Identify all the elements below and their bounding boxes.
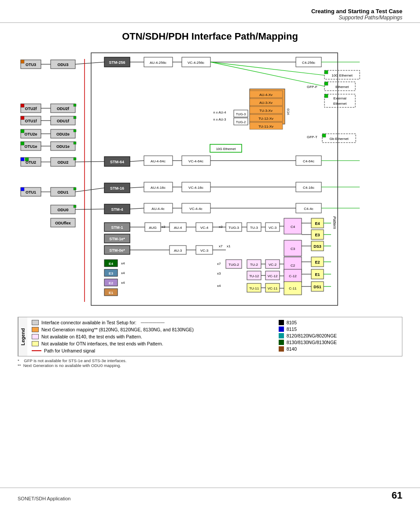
legend-text-8120ng: 8120/8120NG/8020NGE xyxy=(287,333,337,338)
svg-text:ODU2: ODU2 xyxy=(57,160,68,165)
legend-row-8115: 8115 xyxy=(279,327,398,332)
legend-dot-8120ng xyxy=(279,333,284,338)
svg-text:TUG-3: TUG-3 xyxy=(236,112,246,116)
svg-text:x7: x7 xyxy=(219,244,223,248)
svg-line-218 xyxy=(130,208,144,209)
legend-row-8105: 8105 xyxy=(279,320,398,325)
svg-rect-18 xyxy=(25,158,29,161)
legend-text-8115: 8115 xyxy=(287,327,297,332)
svg-rect-35 xyxy=(74,142,76,144)
legend-left: Interface connector available in Test Se… xyxy=(32,320,270,353)
legend-row-otn: Not available for OTN interfaces, the te… xyxy=(32,341,270,346)
svg-text:TU-11-Xv: TU-11-Xv xyxy=(258,125,273,128)
svg-text:E2: E2 xyxy=(109,281,113,285)
svg-text:C4-64c: C4-64c xyxy=(303,159,314,163)
svg-text:C4: C4 xyxy=(291,225,295,229)
legend-dot-8140 xyxy=(279,346,284,352)
svg-text:STM-4: STM-4 xyxy=(111,207,123,212)
legend-dot-8130ng xyxy=(279,340,284,345)
svg-text:VC-4-256c: VC-4-256c xyxy=(188,61,204,65)
legend-dot-8115 xyxy=(279,327,284,332)
svg-text:10G Ethernet: 10G Ethernet xyxy=(332,73,353,77)
svg-rect-17 xyxy=(21,158,24,161)
svg-text:OTU2e: OTU2e xyxy=(24,132,37,136)
legend-box-8140 xyxy=(32,334,39,339)
svg-text:VC-3: VC-3 xyxy=(200,249,209,253)
footnote-2: ** Next Generation is no available with … xyxy=(18,363,402,368)
svg-rect-2 xyxy=(21,60,24,63)
svg-text:n x AU-4: n x AU-4 xyxy=(214,110,226,114)
svg-text:TU-3-Xv: TU-3-Xv xyxy=(259,109,273,113)
svg-rect-29 xyxy=(74,116,76,119)
svg-text:DS3: DS3 xyxy=(313,244,321,249)
svg-text:x7: x7 xyxy=(217,262,221,266)
legend-row-nextgen: Next Generation mapping** (8120NG, 8120N… xyxy=(32,327,270,332)
svg-line-202 xyxy=(75,188,104,192)
svg-text:VC-4-16c: VC-4-16c xyxy=(188,186,203,190)
legend-row-interface: Interface connector available in Test Se… xyxy=(32,320,270,325)
diagram-area: OTU3 OTU2f OTU1f OTU2e OTU1e OTU2 xyxy=(0,47,420,315)
svg-text:STM-16: STM-16 xyxy=(110,186,124,191)
svg-text:GFP-T: GFP-T xyxy=(307,135,317,139)
svg-text:x1: x1 xyxy=(227,244,231,248)
svg-text:VC-11: VC-11 xyxy=(268,286,278,290)
legend-content: Interface connector available in Test Se… xyxy=(27,317,402,356)
svg-text:TU-12: TU-12 xyxy=(249,274,259,278)
svg-text:AU-3: AU-3 xyxy=(174,249,182,253)
legend-row-unframed: Path for Unframed signal xyxy=(32,348,270,353)
svg-line-208 xyxy=(210,62,324,86)
svg-rect-83 xyxy=(324,82,328,85)
svg-text:AU-4-16c: AU-4-16c xyxy=(151,186,166,190)
svg-rect-32 xyxy=(74,129,76,132)
legend-area: Legend Interface connector available in … xyxy=(18,317,402,356)
svg-text:ODU2e: ODU2e xyxy=(56,132,70,136)
svg-text:TU-2: TU-2 xyxy=(250,263,258,267)
svg-line-203 xyxy=(130,187,144,188)
svg-rect-104 xyxy=(322,134,326,137)
svg-text:x4: x4 xyxy=(121,271,125,275)
svg-text:OTU3: OTU3 xyxy=(26,62,36,67)
svg-text:VCG: VCG xyxy=(287,108,290,115)
svg-text:VC-3: VC-3 xyxy=(269,226,277,230)
svg-text:AU-4: AU-4 xyxy=(174,226,182,230)
main-title: OTN/SDH/PDH Interface Path/Mapping xyxy=(0,31,420,42)
svg-text:E4: E4 xyxy=(315,221,320,226)
svg-text:AU-4-Xv: AU-4-Xv xyxy=(259,93,273,97)
svg-text:TUG-3: TUG-3 xyxy=(228,226,239,230)
legend-text-otn: Not available for OTN interfaces, the te… xyxy=(41,341,163,346)
svg-text:AU-4-64c: AU-4-64c xyxy=(151,159,166,163)
svg-text:C2: C2 xyxy=(291,264,295,268)
footnote-1: * GFP is not available for STS-1e and ST… xyxy=(18,358,402,363)
legend-box-nextgen xyxy=(32,327,39,332)
legend-row-8120ng: 8120/8120NG/8020NGE xyxy=(279,333,398,338)
header: Creating and Starting a Test Case Suppor… xyxy=(0,0,420,23)
legend-dot-8105 xyxy=(279,320,284,325)
svg-text:C-12: C-12 xyxy=(289,274,297,278)
svg-text:TUG-2: TUG-2 xyxy=(228,263,239,267)
svg-text:ODU3: ODU3 xyxy=(57,62,68,67)
svg-line-197 xyxy=(75,161,104,162)
svg-rect-8 xyxy=(21,116,24,120)
svg-rect-14 xyxy=(21,142,24,145)
svg-text:n x AU-3: n x AU-3 xyxy=(214,117,226,121)
legend-row-8140: 8140 xyxy=(279,346,398,352)
svg-text:C4-16c: C4-16c xyxy=(303,186,314,190)
svg-text:VC-2: VC-2 xyxy=(269,263,277,267)
svg-text:ODU1f: ODU1f xyxy=(57,119,70,123)
svg-text:E1: E1 xyxy=(315,272,320,277)
svg-text:AU-4-4c: AU-4-4c xyxy=(151,207,164,211)
svg-text:VC-12: VC-12 xyxy=(268,274,278,278)
svg-text:VC-4: VC-4 xyxy=(200,226,209,230)
svg-text:E3: E3 xyxy=(315,233,320,237)
svg-text:ODU1: ODU1 xyxy=(57,190,68,194)
svg-rect-38 xyxy=(74,158,76,160)
legend-text-8130ng: 8130/8130NG/8130NGE xyxy=(287,340,337,345)
legend-row-8130ng: 8130/8130NG/8130NGE xyxy=(279,340,398,345)
footer: SONET/SDH Application 61 xyxy=(0,488,420,501)
svg-text:TU-11: TU-11 xyxy=(249,286,259,290)
svg-text:TU-12-Xv: TU-12-Xv xyxy=(258,117,273,121)
legend-text-nextgen: Next Generation mapping** (8120NG, 8120N… xyxy=(41,327,194,332)
svg-text:ODU0: ODU0 xyxy=(57,208,68,212)
svg-text:ODUflex: ODUflex xyxy=(55,221,71,225)
legend-line-indicator: —————— xyxy=(141,320,165,325)
